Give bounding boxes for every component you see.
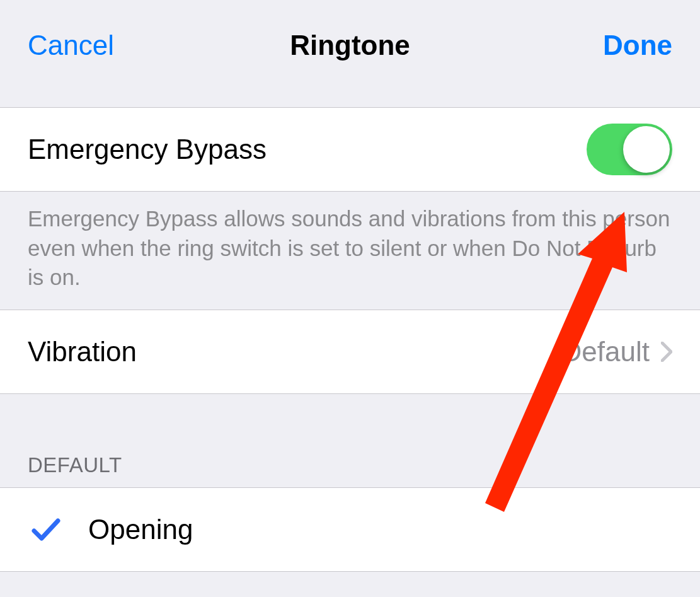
ringtone-row-opening[interactable]: Opening: [0, 487, 700, 572]
vibration-row[interactable]: Vibration Default: [0, 310, 700, 394]
page-title: Ringtone: [290, 30, 410, 61]
checkmark-icon: [32, 515, 60, 544]
switch-knob: [623, 126, 670, 173]
emergency-bypass-switch[interactable]: [587, 124, 672, 175]
emergency-bypass-description: Emergency Bypass allows sounds and vibra…: [0, 192, 700, 310]
ringtone-name: Opening: [88, 514, 193, 545]
vibration-value: Default: [562, 336, 650, 368]
done-button[interactable]: Done: [603, 30, 672, 61]
vibration-label: Vibration: [28, 336, 137, 368]
default-section-header: DEFAULT: [0, 447, 700, 487]
chevron-right-icon: [661, 342, 672, 362]
cancel-button[interactable]: Cancel: [28, 30, 114, 61]
vibration-right: Default: [562, 336, 672, 368]
section-spacer: [0, 394, 700, 447]
navbar: Cancel Ringtone Done: [0, 0, 700, 107]
emergency-bypass-label: Emergency Bypass: [28, 134, 267, 165]
emergency-bypass-row[interactable]: Emergency Bypass: [0, 107, 700, 192]
